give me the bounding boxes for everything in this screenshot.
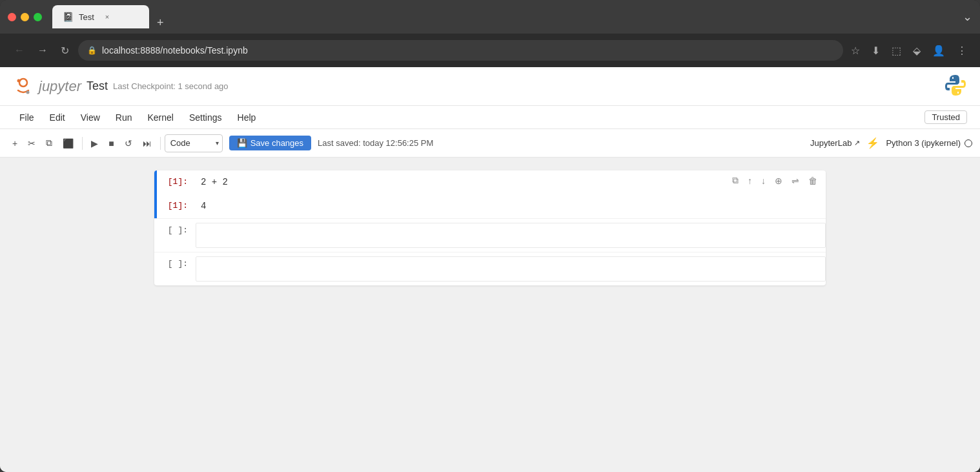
move-down-button[interactable]: ↓ bbox=[758, 174, 769, 188]
new-tab-button[interactable]: + bbox=[152, 17, 169, 28]
tab-icon: 📓 bbox=[63, 12, 74, 22]
checkpoint-status: Last Checkpoint: 1 second ago bbox=[113, 81, 229, 91]
toolbar-right: JupyterLab ↗ ⚡ Python 3 (ipykernel) bbox=[810, 137, 972, 149]
cell-3-input: [ ]: bbox=[154, 252, 826, 285]
browser-tab-test[interactable]: 📓 Test × bbox=[52, 5, 149, 28]
back-button[interactable]: ← bbox=[10, 42, 28, 59]
url-text: localhost:8888/notebooks/Test.ipynb bbox=[102, 45, 834, 56]
toolbar-separator-3: ⚡ bbox=[866, 137, 879, 149]
notebook-inner: [1]: 2 + 2 ⧉ ↑ ↓ ⊕ ⇌ bbox=[103, 170, 877, 285]
move-up-button[interactable]: ↑ bbox=[744, 174, 755, 188]
maximize-window-button[interactable] bbox=[34, 13, 42, 21]
notebook-title: Test bbox=[87, 79, 108, 93]
jupyter-logo: jupyter bbox=[13, 76, 81, 97]
save-label: Save changes bbox=[250, 138, 303, 148]
toolbar-separator-1 bbox=[82, 137, 83, 150]
notebook-content: [1]: 2 + 2 ⧉ ↑ ↓ ⊕ ⇌ bbox=[0, 158, 980, 472]
jupyter-logo-svg bbox=[13, 76, 34, 97]
run-button[interactable]: ▶ bbox=[87, 136, 103, 151]
profile-button[interactable]: 👤 bbox=[930, 42, 948, 59]
cell-2-prompt: [ ]: bbox=[157, 219, 196, 242]
stop-button[interactable]: ■ bbox=[104, 136, 118, 151]
cut-button[interactable]: ✂ bbox=[23, 136, 40, 151]
svg-point-2 bbox=[26, 90, 30, 94]
more-menu-button[interactable]: ⋮ bbox=[954, 42, 970, 59]
menu-run[interactable]: Run bbox=[109, 110, 139, 125]
tab-close-button[interactable]: × bbox=[102, 12, 112, 22]
jupyter-topbar: jupyter Test Last Checkpoint: 1 second a… bbox=[0, 67, 980, 106]
restart-button[interactable]: ↺ bbox=[120, 136, 137, 151]
menu-settings[interactable]: Settings bbox=[183, 110, 229, 125]
cell-type-selector[interactable]: Code Markdown Raw bbox=[165, 134, 223, 152]
last-saved-text: Last saved: today 12:56:25 PM bbox=[318, 138, 433, 148]
svg-point-0 bbox=[19, 79, 27, 87]
tabs-bar: 📓 Test × + bbox=[52, 5, 957, 28]
cell-1-actions: ⧉ ↑ ↓ ⊕ ⇌ 🗑 bbox=[724, 170, 826, 190]
forward-button[interactable]: → bbox=[34, 42, 52, 59]
cell-2-input: [ ]: bbox=[154, 218, 826, 252]
cell-1-input-content[interactable]: 2 + 2 bbox=[196, 170, 724, 194]
minimize-window-button[interactable] bbox=[21, 13, 29, 21]
save-changes-button[interactable]: 💾 Save changes bbox=[229, 136, 311, 150]
refresh-button[interactable]: ↻ bbox=[57, 42, 73, 59]
cell-1-input: [1]: 2 + 2 ⧉ ↑ ↓ ⊕ ⇌ bbox=[154, 170, 826, 194]
cell-1-input-prompt: [1]: bbox=[157, 170, 196, 194]
bookmark-button[interactable]: ☆ bbox=[848, 42, 863, 59]
address-right-buttons: ☆ ⬇ ⬚ ⬙ 👤 ⋮ bbox=[848, 42, 970, 59]
python-logo-svg bbox=[944, 74, 967, 97]
lock-icon: 🔒 bbox=[87, 46, 97, 55]
trusted-badge[interactable]: Trusted bbox=[924, 110, 967, 124]
cell-2-content[interactable] bbox=[196, 223, 826, 248]
external-link-icon: ↗ bbox=[854, 139, 860, 147]
menu-bar: File Edit View Run Kernel Settings Help … bbox=[0, 106, 980, 129]
save-icon: 💾 bbox=[237, 138, 247, 148]
cell-3-content[interactable] bbox=[196, 256, 826, 282]
menu-kernel[interactable]: Kernel bbox=[141, 110, 179, 125]
jupyterlab-link[interactable]: JupyterLab ↗ bbox=[810, 138, 860, 148]
toolbar-separator-2 bbox=[160, 137, 161, 150]
download-button[interactable]: ⬇ bbox=[869, 42, 883, 59]
url-bar[interactable]: 🔒 localhost:8888/notebooks/Test.ipynb bbox=[78, 40, 843, 61]
paste-button[interactable]: ⬛ bbox=[58, 136, 78, 151]
menu-edit[interactable]: Edit bbox=[43, 110, 72, 125]
extension-button[interactable]: ⬚ bbox=[889, 42, 904, 59]
copy-cell-button[interactable]: ⧉ bbox=[729, 173, 742, 188]
menu-help[interactable]: Help bbox=[231, 110, 263, 125]
cell-3-prompt: [ ]: bbox=[157, 252, 196, 276]
copy-button[interactable]: ⧉ bbox=[41, 135, 57, 151]
cell-1-output: [1]: 4 bbox=[154, 194, 826, 218]
screenshot-button[interactable]: ⬙ bbox=[910, 42, 923, 59]
convert-button[interactable]: ⇌ bbox=[788, 174, 802, 188]
delete-cell-button[interactable]: 🗑 bbox=[805, 174, 821, 188]
address-bar: ← → ↻ 🔒 localhost:8888/notebooks/Test.ip… bbox=[0, 34, 980, 67]
browser-menu-button[interactable]: ⌄ bbox=[963, 10, 972, 24]
menu-file[interactable]: File bbox=[13, 110, 41, 125]
cell-1-output-prompt: [1]: bbox=[157, 194, 196, 218]
add-cell-button[interactable]: + bbox=[8, 136, 22, 151]
svg-point-1 bbox=[17, 79, 21, 82]
kernel-status-indicator bbox=[965, 139, 972, 147]
kernel-info: Python 3 (ipykernel) bbox=[886, 138, 972, 148]
jupyterlab-label: JupyterLab bbox=[810, 138, 852, 148]
menu-view[interactable]: View bbox=[74, 110, 107, 125]
cell-container: [1]: 2 + 2 ⧉ ↑ ↓ ⊕ ⇌ bbox=[154, 170, 826, 285]
jupyter-area: jupyter Test Last Checkpoint: 1 second a… bbox=[0, 67, 980, 472]
python-logo bbox=[944, 74, 967, 99]
tab-title: Test bbox=[79, 12, 94, 22]
close-window-button[interactable] bbox=[8, 13, 16, 21]
cell-type-selector-wrap: Code Markdown Raw bbox=[165, 134, 223, 152]
add-above-button[interactable]: ⊕ bbox=[771, 174, 786, 188]
cell-1-output-content: 4 bbox=[196, 194, 826, 218]
traffic-lights[interactable] bbox=[8, 13, 42, 21]
toolbar: + ✂ ⧉ ⬛ ▶ ■ ↺ ⏭ Code Markdown Raw 💾 Save… bbox=[0, 129, 980, 158]
restart-run-button[interactable]: ⏭ bbox=[138, 136, 156, 151]
jupyter-brand: jupyter bbox=[39, 78, 81, 95]
kernel-label: Python 3 (ipykernel) bbox=[886, 138, 961, 148]
